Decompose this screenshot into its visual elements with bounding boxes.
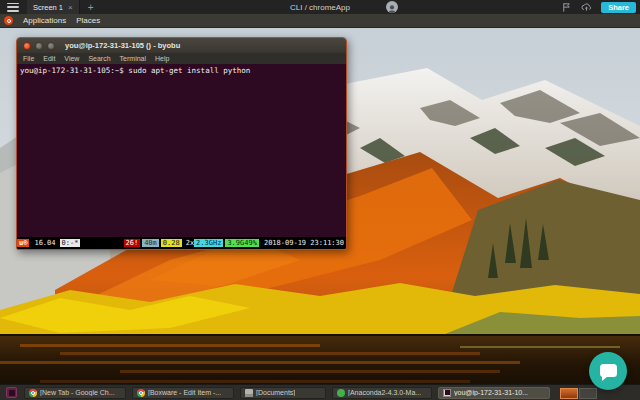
- task-anaconda[interactable]: [Anaconda2-4.3.0-Ma...: [332, 387, 432, 399]
- terminal-menu-view[interactable]: View: [64, 55, 79, 62]
- terminal-menubar: File Edit View Search Terminal Help: [17, 53, 346, 64]
- session-title: CLI / chromeApp: [290, 3, 350, 12]
- terminal-menu-help[interactable]: Help: [155, 55, 169, 62]
- anaconda-icon: [337, 389, 345, 397]
- terminal-menu-terminal[interactable]: Terminal: [120, 55, 146, 62]
- status-load: 0.28: [161, 239, 182, 247]
- tab-label: Screen 1: [33, 3, 63, 12]
- chat-launcher[interactable]: [589, 352, 627, 390]
- task-new-tab-chrome[interactable]: [New Tab - Google Ch...: [24, 387, 126, 399]
- menu-places[interactable]: Places: [71, 16, 105, 25]
- new-tab-button[interactable]: +: [80, 2, 102, 13]
- taskbar: [New Tab - Google Ch... [Boxware - Edit …: [0, 384, 640, 400]
- status-memory: 3.9G49%: [225, 239, 259, 247]
- terminal-prompt-line: you@ip-172-31-31-105:~$ sudo apt-get ins…: [20, 66, 343, 76]
- upload-cloud-icon[interactable]: [581, 2, 592, 13]
- terminal-launcher-icon[interactable]: [6, 387, 17, 398]
- task-documents[interactable]: [Documents]: [240, 387, 326, 399]
- window-maximize-button[interactable]: [47, 42, 55, 50]
- terminal-window-title: you@ip-172-31-31-105 () - byobu: [65, 41, 180, 50]
- chrome-icon: [29, 389, 37, 397]
- app-topbar: Screen 1 × + CLI / chromeApp Share: [0, 0, 640, 14]
- status-uptime: 40m: [142, 239, 159, 247]
- menu-applications[interactable]: Applications: [18, 16, 71, 25]
- status-release: 16.04: [32, 239, 57, 247]
- flag-icon[interactable]: [561, 2, 572, 13]
- terminal-window: you@ip-172-31-31-105 () - byobu File Edi…: [16, 37, 347, 250]
- status-updates: 26!: [124, 239, 141, 247]
- status-window-list: 0:-*: [60, 239, 81, 247]
- task-terminal-session[interactable]: you@ip-172-31-31-10...: [438, 387, 550, 399]
- ubuntu-menubar: Applications Places: [0, 14, 640, 28]
- terminal-menu-edit[interactable]: Edit: [43, 55, 55, 62]
- folder-icon: [245, 389, 253, 397]
- status-cpu-freq: 2.3GHz: [194, 239, 223, 247]
- menu-icon[interactable]: [7, 3, 19, 12]
- share-button[interactable]: Share: [601, 2, 636, 13]
- terminal-menu-search[interactable]: Search: [88, 55, 110, 62]
- status-cpu-count: 2x: [184, 239, 194, 247]
- avatar[interactable]: [386, 1, 398, 13]
- terminal-icon: [443, 389, 451, 397]
- chrome-icon: [137, 389, 145, 397]
- terminal-menu-file[interactable]: File: [23, 55, 34, 62]
- tab-screen-1[interactable]: Screen 1 ×: [27, 0, 80, 14]
- workspace-1[interactable]: [560, 388, 578, 399]
- status-ubuntu-logo: u®: [17, 239, 29, 247]
- topbar-actions: Share: [561, 0, 636, 14]
- tab-close-icon[interactable]: ×: [68, 3, 73, 12]
- person-icon: [386, 3, 398, 13]
- terminal-titlebar[interactable]: you@ip-172-31-31-105 () - byobu: [17, 38, 346, 53]
- status-datetime: 2018-09-19 23:11:30: [262, 239, 346, 247]
- screen: Screen 1 × + CLI / chromeApp Share Appli…: [0, 0, 640, 400]
- desktop[interactable]: you@ip-172-31-31-105 () - byobu File Edi…: [0, 28, 640, 400]
- window-minimize-button[interactable]: [35, 42, 43, 50]
- terminal-output[interactable]: you@ip-172-31-31-105:~$ sudo apt-get ins…: [17, 64, 346, 237]
- speech-bubble-icon: [589, 352, 627, 390]
- ubuntu-logo-icon: [4, 16, 13, 25]
- byobu-status-bar: u® 16.04 0:-* 26! 40m 0.28 2x 2.3GHz 3.9…: [17, 237, 346, 249]
- window-close-button[interactable]: [23, 42, 31, 50]
- task-boxware-chrome[interactable]: [Boxware - Edit Item -...: [132, 387, 234, 399]
